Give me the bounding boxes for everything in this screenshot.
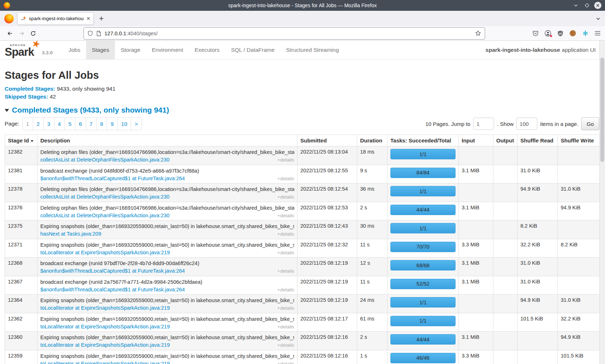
details-toggle[interactable]: +details <box>277 249 294 256</box>
stage-description-text: broadcast exchange (runId 97bdf70e-2f28-… <box>40 260 294 267</box>
window-maximize-button[interactable] <box>583 1 591 9</box>
input-cell: 3.1 MiB <box>459 202 493 220</box>
page-info-icon[interactable] <box>96 31 101 36</box>
nav-tab-sql-dataframe[interactable]: SQL / DataFrame <box>225 41 280 59</box>
details-toggle[interactable]: +details <box>277 286 294 293</box>
nav-tab-jobs[interactable]: Jobs <box>63 41 86 59</box>
page-button-3[interactable]: 3 <box>43 117 54 130</box>
nav-tab-structured-streaming[interactable]: Structured Streaming <box>280 41 344 59</box>
completed-stages-section-header[interactable]: Completed Stages (9433, only showing 941… <box>5 106 599 114</box>
items-per-page-input[interactable] <box>516 118 537 130</box>
details-toggle[interactable]: +details <box>277 305 294 311</box>
description-cell: Expiring snapshots (older_than=166932055… <box>37 350 297 364</box>
skipped-stages-label[interactable]: Skipped Stages: <box>5 94 48 100</box>
go-button[interactable]: Go <box>581 117 599 130</box>
details-toggle[interactable]: +details <box>277 194 294 200</box>
jump-to-page-input[interactable] <box>473 118 494 130</box>
nav-tab-environment[interactable]: Environment <box>146 41 189 59</box>
cookie-icon[interactable] <box>569 30 576 37</box>
stage-callsite-link[interactable]: toLocalIterator at ExpireSnapshotsSparkA… <box>40 342 170 349</box>
stage-callsite-link[interactable]: hasNext at Tasks.java:209 <box>40 231 101 237</box>
stage-callsite-link[interactable]: $anonfun$withThreadLocalCaptured$1 at Fu… <box>40 268 185 274</box>
nav-tab-storage[interactable]: Storage <box>115 41 146 59</box>
forward-button[interactable] <box>16 28 27 39</box>
stage-callsite-link[interactable]: toLocalIterator at ExpireSnapshotsSparkA… <box>40 360 170 364</box>
extension-asterisk-icon[interactable] <box>582 30 589 37</box>
page-button-5[interactable]: 5 <box>64 117 75 130</box>
duration-cell: 2 s <box>357 332 387 350</box>
firefox-view-icon[interactable] <box>4 14 14 23</box>
shuffle-read-cell: 94.9 KiB <box>517 295 558 313</box>
column-header-submitted[interactable]: Submitted <box>297 135 357 146</box>
page-button-10[interactable]: 10 <box>117 117 131 130</box>
spark-logo[interactable]: APACHE Spark ★ <box>5 44 39 58</box>
window-minimize-button[interactable] <box>572 1 580 9</box>
details-toggle[interactable]: +details <box>277 175 294 182</box>
details-toggle[interactable]: +details <box>277 231 294 237</box>
column-header-input[interactable]: Input <box>459 135 493 146</box>
shuffle-read-cell: 32.2 KiB <box>517 239 558 258</box>
scrollbar-thumb[interactable] <box>600 58 604 162</box>
tasks-progress-bar: 1/1 <box>390 149 456 159</box>
column-header-description[interactable]: Description <box>37 135 297 146</box>
stage-callsite-link[interactable]: toLocalIterator at ExpireSnapshotsSparkA… <box>40 305 170 311</box>
stage-callsite-link[interactable]: collectAsList at DeleteOrphanFilesSparkA… <box>40 156 170 163</box>
completed-stages-label[interactable]: Completed Stages: <box>5 86 55 92</box>
stage-callsite-link[interactable]: collectAsList at DeleteOrphanFilesSparkA… <box>40 212 170 219</box>
stage-row-12381: 12381broadcast exchange (runId 048fd06f-… <box>5 165 600 183</box>
duration-cell: 2 s <box>357 202 387 220</box>
browser-tab[interactable]: spark-ingest-into-lakehous <box>17 12 94 25</box>
stage-row-12375: 12375Expiring snapshots (older_than=1669… <box>5 220 600 239</box>
details-toggle[interactable]: +details <box>277 342 294 349</box>
page-button-4[interactable]: 4 <box>54 117 65 130</box>
shield-icon[interactable] <box>88 31 93 36</box>
page-button-1[interactable]: 1 <box>22 117 33 130</box>
details-toggle[interactable]: +details <box>277 360 294 364</box>
stage-description-text: Expiring snapshots (older_than=166932055… <box>40 223 294 230</box>
nav-tab-executors[interactable]: Executors <box>189 41 225 59</box>
account-profile-icon[interactable] <box>544 30 551 37</box>
nav-tab-stages[interactable]: Stages <box>86 41 115 59</box>
new-tab-button[interactable] <box>99 16 104 21</box>
submitted-cell: 2022/11/25 08:12:55 <box>297 165 357 183</box>
page-button-6[interactable]: 6 <box>75 117 86 130</box>
stage-callsite-link[interactable]: $anonfun$withThreadLocalCaptured$1 at Fu… <box>40 286 185 293</box>
description-cell: Expiring snapshots (older_than=166932055… <box>37 220 297 239</box>
list-all-tabs-icon[interactable] <box>596 16 601 21</box>
ublock-origin-icon[interactable]: uO <box>557 30 564 37</box>
duration-cell: 11 s <box>357 276 387 295</box>
window-close-button[interactable] <box>594 2 601 9</box>
bookmark-star-icon[interactable] <box>475 30 481 36</box>
back-button[interactable] <box>4 28 16 39</box>
stage-callsite-link[interactable]: $anonfun$withThreadLocalCaptured$1 at Fu… <box>40 175 185 182</box>
details-toggle[interactable]: +details <box>277 268 294 274</box>
page-button-next[interactable]: > <box>131 117 142 130</box>
shuffle-write-cell: 101.5 KiB <box>558 350 600 364</box>
vertical-scrollbar[interactable] <box>599 41 605 364</box>
details-toggle[interactable]: +details <box>277 156 294 163</box>
url-bar[interactable]: 127.0.0.1:4040/stages/ <box>84 27 485 40</box>
column-header-shuffle-read[interactable]: Shuffle Read <box>517 135 558 146</box>
column-header-duration[interactable]: Duration <box>357 135 387 146</box>
pocket-icon[interactable] <box>532 30 539 37</box>
url-text[interactable]: 127.0.0.1:4040/stages/ <box>104 31 472 36</box>
hamburger-menu-icon[interactable] <box>595 31 601 36</box>
column-header-tasks-succeeded-total[interactable]: Tasks: Succeeded/Total <box>387 135 459 146</box>
stage-callsite-link[interactable]: collectAsList at DeleteOrphanFilesSparkA… <box>40 194 170 200</box>
details-toggle[interactable]: +details <box>277 323 294 330</box>
stage-id-cell: 12364 <box>5 295 37 313</box>
page-button-2[interactable]: 2 <box>33 117 44 130</box>
output-cell <box>493 183 517 202</box>
column-header-stage-id[interactable]: Stage Id <box>5 135 37 146</box>
reload-button[interactable] <box>27 28 39 39</box>
page-button-8[interactable]: 8 <box>96 117 107 130</box>
shuffle-read-cell <box>517 202 558 220</box>
stage-callsite-link[interactable]: toLocalIterator at ExpireSnapshotsSparkA… <box>40 249 170 256</box>
column-header-shuffle-write[interactable]: Shuffle Write <box>558 135 600 146</box>
page-button-9[interactable]: 9 <box>107 117 117 130</box>
details-toggle[interactable]: +details <box>277 212 294 219</box>
page-button-7[interactable]: 7 <box>86 117 97 130</box>
column-header-output[interactable]: Output <box>493 135 517 146</box>
tab-close-icon[interactable] <box>86 17 90 21</box>
stage-callsite-link[interactable]: toLocalIterator at ExpireSnapshotsSparkA… <box>40 323 170 330</box>
